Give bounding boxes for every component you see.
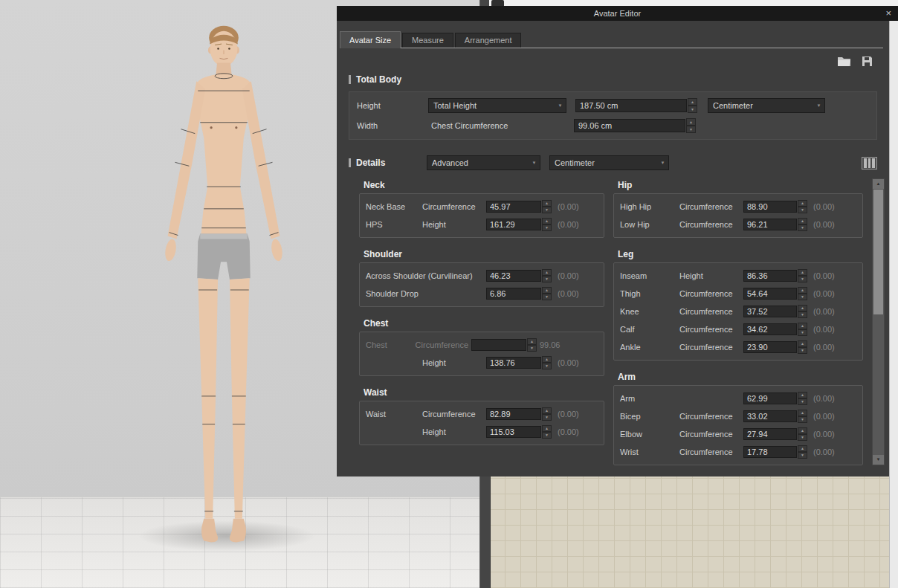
- spinner-down-icon[interactable]: ▼: [542, 432, 552, 439]
- spinner-up-icon[interactable]: ▲: [798, 427, 807, 434]
- measure-value-wrap: ▲ ▼: [486, 407, 552, 421]
- measure-type: Circumference: [679, 430, 743, 439]
- vertical-scrollbar[interactable]: ▲ ▼: [872, 178, 885, 465]
- spinner-up-icon[interactable]: ▲: [798, 340, 807, 347]
- chevron-down-icon: ▼: [555, 103, 566, 108]
- spinner-down-icon[interactable]: ▼: [798, 224, 807, 231]
- measure-row: Waist Circumference ▲ ▼ (0.00): [366, 405, 598, 423]
- spinner-up-icon[interactable]: ▲: [798, 305, 807, 311]
- measure-value-input[interactable]: [486, 288, 541, 300]
- spinner-down-icon[interactable]: ▼: [542, 207, 552, 213]
- spinner-down-icon[interactable]: ▼: [798, 276, 807, 282]
- measurement-list-icon[interactable]: [862, 157, 877, 169]
- measure-value-wrap: ▲ ▼: [486, 269, 552, 282]
- spinner-down-icon[interactable]: ▼: [798, 311, 807, 318]
- spinner-down-icon[interactable]: ▼: [798, 347, 807, 354]
- spinner-down-icon[interactable]: ▼: [798, 434, 807, 441]
- tab-arrangement[interactable]: Arrangement: [455, 33, 522, 48]
- spinner-up-icon[interactable]: ▲: [542, 200, 552, 207]
- measure-group: Chest Chest Circumference ▲ ▼ 99.06 Heig…: [359, 317, 604, 376]
- measure-type: Circumference: [679, 289, 743, 298]
- measure-value-input[interactable]: [486, 426, 541, 438]
- measure-value-input[interactable]: [743, 201, 797, 213]
- scroll-up-icon[interactable]: ▲: [873, 179, 884, 189]
- spinner-down-icon[interactable]: ▼: [542, 363, 552, 369]
- spinner-down-icon[interactable]: ▼: [798, 329, 807, 336]
- measure-value-input[interactable]: [486, 270, 541, 282]
- measure-value-input[interactable]: [743, 323, 797, 335]
- spinner-up-icon[interactable]: ▲: [527, 338, 537, 345]
- spinner-up-icon[interactable]: ▲: [798, 269, 807, 276]
- measure-value-input[interactable]: [743, 288, 797, 300]
- measure-group-title: Leg: [613, 248, 863, 262]
- spinner-down-icon[interactable]: ▼: [542, 276, 552, 282]
- details-column-right: Hip High Hip Circumference ▲ ▼ (0.00) Lo…: [613, 178, 863, 468]
- open-folder-icon[interactable]: [837, 56, 851, 67]
- spinner-up-icon[interactable]: ▲: [686, 118, 696, 126]
- measure-value-wrap: ▲ ▼: [743, 445, 807, 459]
- spinner-up-icon[interactable]: ▲: [798, 410, 807, 416]
- measure-value-input[interactable]: [743, 341, 797, 353]
- measure-name: Shoulder Drop: [366, 289, 486, 298]
- measure-value-input[interactable]: [743, 392, 797, 404]
- details-unit-dropdown[interactable]: Centimeter ▼: [549, 155, 669, 170]
- measure-type: Circumference: [679, 343, 743, 352]
- measure-value-input[interactable]: [743, 410, 797, 422]
- tab-avatar-size[interactable]: Avatar Size: [340, 31, 401, 48]
- measure-value-input[interactable]: [486, 219, 541, 230]
- spinner-up-icon[interactable]: ▲: [542, 407, 552, 414]
- spinner-up-icon[interactable]: ▲: [688, 98, 697, 106]
- spinner-up-icon[interactable]: ▲: [542, 356, 552, 363]
- measure-value-input[interactable]: [471, 339, 526, 351]
- height-row: Height Total Height ▼ ▲ ▼ Centimeter ▼: [357, 98, 869, 113]
- spinner-down-icon[interactable]: ▼: [686, 126, 696, 133]
- measure-value-input[interactable]: [743, 306, 797, 317]
- width-value-input[interactable]: [574, 119, 685, 132]
- details-mode-dropdown[interactable]: Advanced ▼: [427, 155, 540, 170]
- scrollbar-thumb[interactable]: [873, 190, 883, 314]
- height-type-dropdown[interactable]: Total Height ▼: [428, 98, 566, 113]
- spinner-up-icon[interactable]: ▲: [798, 218, 807, 224]
- spinner-down-icon[interactable]: ▼: [798, 398, 807, 405]
- right-viewport-toolbar: [489, 0, 898, 6]
- scroll-down-icon[interactable]: ▼: [873, 455, 884, 465]
- spinner-down-icon[interactable]: ▼: [798, 207, 807, 213]
- save-icon[interactable]: [862, 56, 873, 67]
- spinner-up-icon[interactable]: ▲: [798, 323, 807, 329]
- measure-value-input[interactable]: [743, 446, 797, 458]
- spinner-down-icon[interactable]: ▼: [542, 414, 552, 421]
- measure-value-input[interactable]: [743, 270, 797, 282]
- measure-value-input[interactable]: [743, 219, 797, 230]
- measure-value-input[interactable]: [486, 357, 541, 369]
- spinner-down-icon[interactable]: ▼: [527, 345, 537, 352]
- height-value-input[interactable]: [575, 99, 687, 112]
- measure-value-wrap: ▲ ▼: [743, 340, 807, 354]
- spinner-up-icon[interactable]: ▲: [542, 218, 552, 224]
- close-icon[interactable]: ×: [885, 6, 891, 21]
- measure-row: Height ▲ ▼ (0.00): [366, 423, 598, 441]
- measure-value-input[interactable]: [486, 408, 541, 420]
- spinner-up-icon[interactable]: ▲: [798, 445, 807, 452]
- spinner-up-icon[interactable]: ▲: [542, 287, 552, 294]
- unit-dropdown[interactable]: Centimeter ▼: [708, 98, 825, 113]
- dialog-titlebar[interactable]: Avatar Editor ×: [337, 6, 898, 21]
- dialog-title: Avatar Editor: [594, 9, 641, 18]
- value-spinner: ▲ ▼: [798, 305, 807, 318]
- spinner-down-icon[interactable]: ▼: [542, 224, 552, 231]
- spinner-up-icon[interactable]: ▲: [798, 200, 807, 207]
- measure-value-input[interactable]: [486, 201, 541, 213]
- measure-group-panel: Across Shoulder (Curvilinear) ▲ ▼ (0.00)…: [359, 262, 604, 307]
- spinner-down-icon[interactable]: ▼: [688, 106, 697, 113]
- spinner-up-icon[interactable]: ▲: [542, 269, 552, 276]
- spinner-down-icon[interactable]: ▼: [798, 416, 807, 423]
- tab-measure[interactable]: Measure: [402, 33, 453, 48]
- measure-row: Inseam Height ▲ ▼ (0.00): [620, 267, 856, 285]
- spinner-down-icon[interactable]: ▼: [798, 452, 807, 459]
- spinner-up-icon[interactable]: ▲: [542, 425, 552, 432]
- spinner-down-icon[interactable]: ▼: [798, 294, 807, 300]
- spinner-up-icon[interactable]: ▲: [798, 392, 807, 398]
- spinner-down-icon[interactable]: ▼: [542, 294, 552, 300]
- measure-value-input[interactable]: [743, 428, 797, 440]
- value-spinner: ▲ ▼: [798, 410, 807, 423]
- spinner-up-icon[interactable]: ▲: [798, 287, 807, 294]
